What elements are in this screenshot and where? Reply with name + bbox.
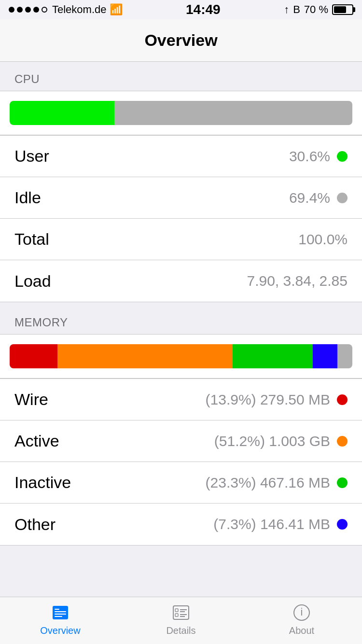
cpu-user-value: 30.6% — [289, 148, 348, 165]
memory-progress-container — [0, 335, 362, 378]
dot3 — [25, 7, 31, 13]
cpu-section-header: CPU — [0, 62, 362, 91]
status-right: ↑ B 70 % — [284, 3, 353, 16]
cpu-progress-section — [0, 91, 362, 135]
memory-bar — [10, 344, 352, 368]
cpu-total-value: 100.0% — [298, 231, 348, 248]
carrier-label: Telekom.de — [52, 3, 107, 16]
page-title: Overview — [144, 31, 217, 50]
cpu-idle-dot — [337, 193, 348, 203]
mem-wire-value: (13.9%) 279.50 MB — [206, 392, 348, 408]
tab-overview[interactable]: Overview — [0, 602, 121, 636]
dot4 — [33, 7, 39, 13]
mem-wire-row: Wire (13.9%) 279.50 MB — [0, 379, 362, 420]
svg-rect-7 — [175, 614, 178, 616]
tab-bar: Overview Details i About — [0, 597, 362, 644]
svg-rect-6 — [175, 609, 178, 612]
cpu-total-label: Total — [14, 230, 49, 249]
location-icon: ↑ — [284, 3, 289, 16]
mem-inactive-row: Inactive (23.3%) 467.16 MB — [0, 462, 362, 504]
cpu-idle-row: Idle 69.4% — [0, 177, 362, 219]
battery-fill — [334, 6, 346, 13]
mem-active-row: Active (51.2%) 1.003 GB — [0, 420, 362, 462]
clock: 14:49 — [186, 2, 221, 17]
tab-about-label: About — [289, 625, 314, 636]
cpu-table: User 30.6% Idle 69.4% Total 100.0% Load … — [0, 135, 362, 302]
memory-progress-section — [0, 334, 362, 378]
status-left: Telekom.de 📶 — [9, 3, 123, 16]
cpu-total-row: Total 100.0% — [0, 219, 362, 260]
cpu-load-label: Load — [14, 272, 51, 291]
cpu-progress-fill — [10, 101, 114, 125]
signal-dots — [9, 7, 47, 13]
overview-icon — [50, 602, 71, 623]
mem-active-dot — [337, 436, 348, 447]
mem-other-row: Other (7.3%) 146.41 MB — [0, 504, 362, 545]
cpu-idle-value: 69.4% — [289, 190, 348, 206]
memory-section-header: MEMORY — [0, 302, 362, 334]
cpu-progress-container — [0, 91, 362, 135]
cpu-load-value: 7.90, 3.84, 2.85 — [247, 273, 348, 289]
memory-table: Wire (13.9%) 279.50 MB Active (51.2%) 1.… — [0, 378, 362, 546]
mem-free — [337, 344, 352, 368]
mem-inactive-label: Inactive — [14, 473, 71, 492]
battery-icon — [332, 4, 353, 15]
mem-other-label: Other — [14, 515, 56, 534]
cpu-user-dot — [337, 151, 348, 162]
cpu-user-label: User — [14, 147, 49, 166]
cpu-progress-bar — [10, 101, 352, 125]
tab-about[interactable]: i About — [241, 602, 362, 636]
mem-other-value: (7.3%) 146.41 MB — [213, 516, 348, 532]
mem-active-label: Active — [14, 432, 59, 450]
status-bar: Telekom.de 📶 14:49 ↑ B 70 % — [0, 0, 362, 19]
mem-other-dot — [337, 519, 348, 530]
mem-inactive — [233, 344, 312, 368]
content-area: CPU User 30.6% Idle 69.4% Total — [0, 62, 362, 593]
svg-rect-3 — [55, 614, 66, 615]
svg-rect-1 — [55, 609, 59, 610]
tab-details[interactable]: Details — [121, 602, 241, 636]
mem-other — [313, 344, 338, 368]
details-icon — [170, 602, 192, 623]
tab-details-label: Details — [166, 625, 195, 636]
tab-overview-label: Overview — [40, 625, 80, 636]
mem-wire-dot — [337, 394, 348, 405]
svg-rect-0 — [53, 606, 68, 619]
cpu-user-row: User 30.6% — [0, 136, 362, 177]
mem-active — [57, 344, 233, 368]
svg-rect-2 — [55, 611, 66, 612]
dot5 — [42, 7, 47, 13]
svg-text:i: i — [301, 606, 303, 618]
svg-rect-5 — [173, 606, 189, 619]
cpu-load-row: Load 7.90, 3.84, 2.85 — [0, 260, 362, 302]
mem-wire — [10, 344, 57, 368]
bluetooth-icon: B — [293, 3, 300, 16]
mem-active-value: (51.2%) 1.003 GB — [214, 433, 348, 449]
about-icon: i — [291, 602, 312, 623]
mem-inactive-dot — [337, 477, 348, 488]
nav-bar: Overview — [0, 19, 362, 62]
mem-inactive-value: (23.3%) 467.16 MB — [206, 475, 348, 491]
wifi-icon: 📶 — [110, 3, 123, 16]
dot1 — [9, 7, 14, 13]
dot2 — [17, 7, 23, 13]
cpu-idle-label: Idle — [14, 188, 41, 207]
mem-wire-label: Wire — [14, 390, 48, 409]
svg-rect-4 — [55, 616, 62, 617]
battery-label: 70 % — [304, 3, 328, 16]
